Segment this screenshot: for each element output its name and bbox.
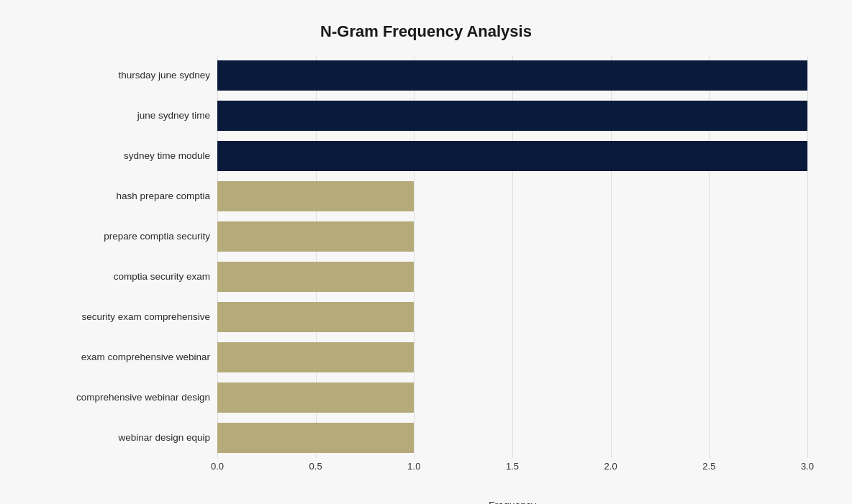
x-axis-tick: 1.0: [407, 461, 420, 472]
bar-row: june sydney time: [45, 96, 807, 136]
bar-row: sydney time module: [45, 136, 807, 176]
bar-row: security exam comprehensive: [45, 297, 807, 337]
chart-area: thursday june sydneyjune sydney timesydn…: [45, 55, 807, 458]
bar-label: sydney time module: [45, 150, 217, 161]
x-axis-tick: 3.0: [801, 461, 814, 472]
x-axis-tick: 0.5: [309, 461, 322, 472]
bar-label: security exam comprehensive: [45, 311, 217, 322]
bar-track: [217, 257, 807, 297]
grid-line: [807, 55, 808, 458]
bar-row: prepare comptia security: [45, 216, 807, 257]
bar-row: comptia security exam: [45, 257, 807, 297]
bar-row: comprehensive webinar design: [45, 377, 807, 418]
bar-track: [217, 176, 807, 216]
bar-row: hash prepare comptia: [45, 176, 807, 216]
bar-label: prepare comptia security: [45, 231, 217, 242]
bar-label: exam comprehensive webinar: [45, 352, 217, 362]
bar-label: hash prepare comptia: [45, 191, 217, 201]
bar-track: [217, 418, 807, 458]
bar-fill: [217, 181, 414, 211]
bar-fill: [217, 101, 807, 131]
bar-fill: [217, 382, 414, 413]
bar-track: [217, 377, 807, 418]
bar-label: thursday june sydney: [45, 70, 217, 81]
bar-row: webinar design equip: [45, 418, 807, 458]
x-axis-tick: 2.0: [604, 461, 617, 472]
x-axis-tick: 0.0: [211, 461, 224, 472]
bar-fill: [217, 221, 414, 252]
bar-fill: [217, 60, 807, 91]
x-axis: 0.00.51.01.52.02.53.0: [217, 458, 807, 480]
chart-title: N-Gram Frequency Analysis: [45, 22, 807, 41]
bar-fill: [217, 302, 414, 332]
bar-track: [217, 96, 807, 136]
x-axis-tick: 1.5: [506, 461, 519, 472]
bar-fill: [217, 262, 414, 292]
bar-row: exam comprehensive webinar: [45, 337, 807, 377]
bar-row: thursday june sydney: [45, 55, 807, 96]
bar-track: [217, 55, 807, 96]
bar-track: [217, 297, 807, 337]
bar-label: comptia security exam: [45, 271, 217, 282]
bar-track: [217, 216, 807, 257]
bar-fill: [217, 423, 414, 453]
bar-track: [217, 136, 807, 176]
bar-label: webinar design equip: [45, 432, 217, 443]
x-axis-label: Frequency: [217, 500, 807, 505]
bar-label: june sydney time: [45, 110, 217, 121]
bar-label: comprehensive webinar design: [45, 392, 217, 403]
bar-fill: [217, 141, 807, 171]
x-axis-tick: 2.5: [702, 461, 715, 472]
bar-fill: [217, 342, 414, 372]
bar-track: [217, 337, 807, 377]
chart-container: N-Gram Frequency Analysis thursday june …: [30, 8, 822, 497]
